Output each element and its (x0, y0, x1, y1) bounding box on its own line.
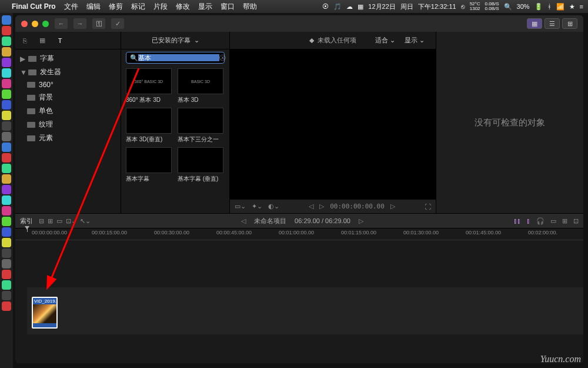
dock-app[interactable] (2, 270, 11, 279)
app-name[interactable]: Final Cut Pro (12, 2, 56, 11)
menu-window[interactable]: 窗口 (220, 2, 235, 12)
minimize-button[interactable] (32, 21, 38, 27)
status-time[interactable]: 下午12:32:11 (418, 2, 456, 11)
clear-search-icon[interactable]: ⓧ (219, 54, 226, 62)
dock-app[interactable] (2, 68, 11, 78)
sidebar-item-elements[interactable]: 元素 (15, 131, 121, 145)
menu-help[interactable]: 帮助 (243, 2, 257, 12)
dock-app[interactable] (2, 238, 11, 247)
key-button[interactable]: ⚿ (92, 18, 105, 29)
dock-app[interactable] (2, 153, 11, 163)
timeline-tracks[interactable]: VID_2019... (15, 240, 583, 363)
menu-edit[interactable]: 编辑 (86, 2, 101, 12)
tools-icon[interactable]: ✦⌄ (252, 203, 262, 210)
browser-dropdown[interactable]: 已安装的字幕 (152, 36, 191, 45)
dock-app[interactable] (2, 142, 11, 152)
status-icon[interactable]: ▦ (358, 3, 363, 11)
menu-trim[interactable]: 修剪 (109, 2, 123, 12)
display-dropdown[interactable]: 显示 ⌄ (405, 36, 425, 45)
audio-skim-icon[interactable]: ⫿ (527, 217, 530, 224)
back-button[interactable]: ← (55, 18, 68, 29)
status-icon[interactable]: ☁ (346, 3, 353, 11)
clip-appearance-icon[interactable]: ⊞ (562, 217, 567, 225)
timeline[interactable]: 00:00:00:00.00 00:00:15:00.00 00:00:30:0… (15, 228, 583, 363)
dock-app[interactable] (2, 79, 11, 88)
library-tab-icon[interactable]: ⎘ (19, 35, 31, 47)
insert-clip-icon[interactable]: ⊞ (48, 217, 53, 225)
status-icon[interactable]: 🎵 (333, 3, 342, 11)
maximize-button[interactable] (42, 21, 49, 27)
view-grid-button[interactable]: ▦ (527, 18, 542, 29)
status-icon[interactable]: ⦿ (322, 3, 329, 10)
viewer-canvas[interactable] (230, 49, 436, 199)
dock-app[interactable] (2, 280, 11, 290)
playhead[interactable] (27, 228, 28, 232)
menu-mark[interactable]: 标记 (131, 2, 145, 12)
search-input[interactable] (138, 54, 219, 61)
prev-frame-icon[interactable]: ◁ (309, 203, 313, 210)
dock-app[interactable] (2, 37, 11, 46)
title-item[interactable]: 基本 3D(垂直) (126, 108, 172, 144)
connect-clip-icon[interactable]: ⊟ (39, 217, 44, 225)
photos-tab-icon[interactable]: ▦ (36, 35, 48, 47)
status-icon[interactable]: ⎋ (461, 3, 465, 10)
check-button[interactable]: ✓ (111, 18, 124, 29)
search-box[interactable]: 🔍 ⓧ (126, 52, 225, 64)
primary-storyline[interactable] (27, 287, 583, 334)
append-clip-icon[interactable]: ▭ (56, 217, 62, 225)
index-button[interactable]: 索引 (20, 217, 33, 226)
snap-icon[interactable]: ▭ (550, 217, 556, 225)
dock-app[interactable] (2, 174, 11, 184)
dock-app[interactable] (2, 26, 11, 35)
view-filmstrip-button[interactable]: ⊞ (562, 18, 577, 29)
dock-app[interactable] (2, 15, 11, 25)
dock-app[interactable] (2, 132, 11, 141)
sidebar-item-generators[interactable]: ▼发生器 (15, 65, 121, 79)
menu-clip[interactable]: 片段 (153, 2, 168, 12)
dock-app[interactable] (2, 100, 11, 110)
title-item[interactable]: 基本字幕 (126, 147, 172, 183)
next-edit-icon[interactable]: ▷ (359, 217, 363, 225)
title-item[interactable]: 基本字幕 (垂直) (178, 147, 223, 183)
color-icon[interactable]: ◐⌄ (268, 203, 279, 210)
dock-app[interactable] (2, 217, 11, 226)
skimming-icon[interactable]: ⫿⫿ (514, 217, 521, 224)
sidebar-item-backgrounds[interactable]: 背景 (15, 91, 121, 104)
dock-app[interactable] (2, 185, 11, 194)
title-item[interactable]: BASIC 3D基本 3D (178, 68, 223, 104)
battery-icon[interactable]: 🔋 (534, 3, 543, 11)
dock-app[interactable] (2, 89, 11, 99)
effects-icon[interactable]: ⊡ (573, 217, 579, 225)
menu-view[interactable]: 显示 (198, 2, 212, 12)
menu-icon[interactable]: ≡ (580, 3, 583, 10)
fit-dropdown[interactable]: 适合 ⌄ (375, 36, 395, 45)
star-icon[interactable]: ★ (569, 3, 575, 11)
view-list-button[interactable]: ☰ (544, 18, 560, 29)
bluetooth-icon[interactable]: ᚼ (547, 3, 552, 10)
dock-app[interactable] (2, 164, 11, 173)
wifi-icon[interactable]: 📶 (556, 3, 564, 11)
status-date[interactable]: 12月22日 (368, 2, 395, 11)
forward-button[interactable]: → (74, 18, 86, 29)
dock-app[interactable] (2, 301, 11, 311)
video-clip[interactable]: VID_2019... (32, 297, 58, 329)
fullscreen-icon[interactable]: ⛶ (425, 203, 431, 210)
transform-icon[interactable]: ▭⌄ (235, 203, 246, 210)
dock-app[interactable] (2, 291, 11, 300)
dock-app[interactable] (2, 111, 11, 120)
dock-app[interactable] (2, 58, 11, 67)
dock-app[interactable] (2, 227, 11, 237)
status-battery[interactable]: 30% (517, 3, 530, 10)
titles-tab-icon[interactable]: T (54, 35, 66, 47)
dock-app[interactable] (2, 47, 11, 57)
title-item[interactable]: 360° BASIC 3D360° 基本 3D (126, 68, 172, 104)
menu-file[interactable]: 文件 (64, 2, 78, 12)
play-icon[interactable]: ▷ (319, 203, 324, 210)
sidebar-item-solids[interactable]: 单色 (15, 104, 121, 118)
dock-app[interactable] (2, 248, 11, 258)
status-icon[interactable]: 🔍 (504, 3, 512, 11)
dock-app[interactable] (2, 121, 11, 131)
close-button[interactable] (21, 21, 28, 27)
sidebar-item-textures[interactable]: 纹理 (15, 118, 121, 131)
dock-app[interactable] (2, 206, 11, 216)
